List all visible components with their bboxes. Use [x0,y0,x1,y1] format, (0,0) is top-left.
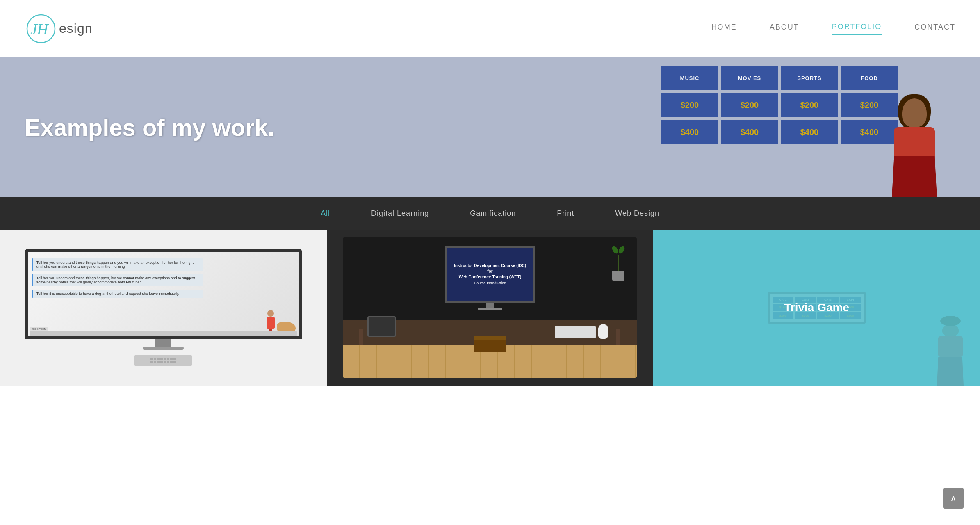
plant-leaf-right [618,245,626,254]
trivia-overlay: Trivia Game [653,230,980,386]
plant-stem [618,255,619,271]
portfolio-item-scenario[interactable]: Tell her you understand these things hap… [0,230,327,386]
screen-person-figure [265,310,276,333]
hero-title: Examples of my work. [25,114,274,141]
screen-option-1: Tell her you understand these things hap… [32,258,203,271]
jeopardy-val-1-4: $200 [841,93,898,117]
jeopardy-val-2-4: $400 [841,120,898,144]
jeopardy-val-1-2: $200 [721,93,778,117]
site-header: J H esign HOME ABOUT PORTFOLIO CONTACT [0,0,980,57]
jeopardy-val-2-1: $400 [661,120,718,144]
hero-banner: MUSIC MOVIES SPORTS FOOD $200 $200 $200 … [0,57,980,197]
screen-desk [30,331,297,336]
jeopardy-cat-2: MOVIES [721,66,778,90]
main-nav: HOME ABOUT PORTFOLIO CONTACT [711,23,955,35]
desk-keyboard [555,326,596,338]
reception-sign: RECEPTION [30,327,48,331]
jeopardy-board: MUSIC MOVIES SPORTS FOOD $200 $200 $200 … [661,66,898,144]
desk-monitor-stand [486,303,494,308]
filter-gamification[interactable]: Gamification [470,209,516,218]
filter-print[interactable]: Print [557,209,574,218]
nav-contact[interactable]: CONTACT [914,23,955,34]
char-shirt [894,127,935,160]
desk-monitor-base [478,308,502,310]
filter-bar: All Digital Learning Gamification Print … [0,197,980,230]
nav-portfolio[interactable]: PORTFOLIO [832,23,882,35]
plant [608,246,629,281]
desk-scene: Instructor Development Course (IDC) forW… [343,237,637,378]
monitor-screen: Tell her you understand these things hap… [25,249,302,339]
portfolio-grid: Tell her you understand these things hap… [0,230,980,394]
monitor-mockup: Tell her you understand these things hap… [25,242,302,374]
filter-web-design[interactable]: Web Design [615,209,659,218]
jeopardy-cat-4: FOOD [841,66,898,90]
plant-leaf-left [611,245,619,254]
logo-icon: J H [25,12,57,45]
desk-monitor-screen: Instructor Development Course (IDC) forW… [445,246,535,303]
nav-about[interactable]: ABOUT [770,23,799,34]
character-figure [890,98,939,197]
chair [474,336,506,352]
jeopardy-cat-1: MUSIC [661,66,718,90]
logo[interactable]: J H esign [25,12,93,45]
desk-leg-right [616,329,620,345]
screen-option-3: Tell her it is unacceptable to have a do… [32,290,203,298]
monitor-stand [155,339,171,347]
desk-mouse [598,324,608,339]
desk-monitor-text: Instructor Development Course (IDC) forW… [451,263,529,286]
trivia-label: Trivia Game [784,301,849,314]
monitor: Tell her you understand these things hap… [25,249,302,366]
desk-leg-left [359,329,363,345]
portfolio-item-idc[interactable]: Instructor Development Course (IDC) forW… [327,230,654,386]
filter-all[interactable]: All [321,209,330,218]
monitor-base [143,347,184,350]
filter-digital-learning[interactable]: Digital Learning [371,209,429,218]
desk-ipad [367,316,396,337]
nav-home[interactable]: HOME [711,23,737,34]
monitor-keyboard [134,355,192,366]
logo-text: esign [59,21,93,36]
jeopardy-cat-3: SPORTS [781,66,838,90]
jeopardy-val-1-1: $200 [661,93,718,117]
char-head [902,98,927,127]
jeopardy-val-2-3: $400 [781,120,838,144]
portfolio-item-trivia[interactable]: CAT1 CAT2 CAT3 CAT4 $100 $100 $100 $100 … [653,230,980,386]
jeopardy-val-2-2: $400 [721,120,778,144]
plant-pot [612,271,624,281]
svg-text:H: H [36,21,49,38]
char-skirt [892,156,937,197]
jeopardy-val-1-3: $200 [781,93,838,117]
screen-option-2: Tell her you understand these things hap… [32,274,203,286]
desk-monitor: Instructor Development Course (IDC) forW… [445,246,535,310]
